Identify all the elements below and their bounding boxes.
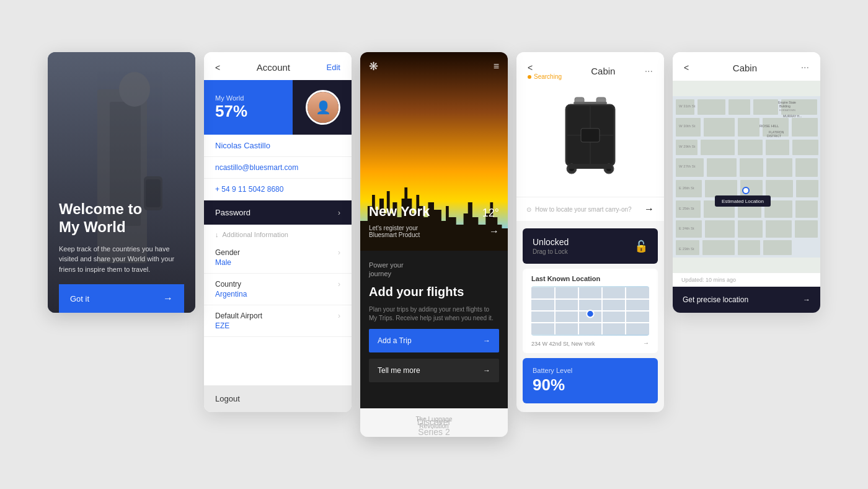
svg-text:MURRAY H...: MURRAY H...	[783, 114, 802, 118]
svg-rect-36	[738, 118, 760, 137]
account-profile: My World 57% 👤	[204, 80, 352, 135]
battery-card: Battery Level 90%	[523, 358, 658, 403]
searching-dot	[528, 75, 531, 79]
svg-rect-50	[705, 180, 737, 197]
city-info: New York 12°	[369, 204, 499, 220]
svg-rect-63	[795, 220, 818, 238]
svg-text:KOREATOWN: KOREATOWN	[779, 109, 795, 112]
country-chevron-icon: ›	[338, 280, 340, 289]
locate-icon: ⊙	[526, 206, 531, 213]
screen-welcome: Welcome to My World Keep track of the co…	[48, 52, 195, 313]
precise-location-button[interactable]: Get precise location →	[673, 287, 820, 313]
updated-text: Updated: 10 mins ago	[673, 273, 820, 287]
welcome-content: Welcome to My World Keep track of the co…	[48, 188, 195, 313]
cabin-back-button[interactable]: <	[528, 63, 533, 73]
location-map	[531, 286, 649, 336]
svg-rect-41	[738, 140, 763, 155]
got-it-button[interactable]: Got it →	[59, 284, 184, 313]
svg-text:E 26th St: E 26th St	[679, 186, 694, 190]
menu-icon[interactable]: ≡	[494, 61, 499, 72]
svg-text:W 31th St: W 31th St	[679, 104, 696, 108]
cabin-header: < Searching Cabin ···	[516, 52, 664, 85]
svg-rect-61	[738, 220, 763, 238]
svg-text:W 29th St: W 29th St	[679, 145, 696, 148]
add-flights-title: Add your flights	[369, 285, 499, 299]
add-trip-button[interactable]: Add a Trip →	[369, 329, 499, 352]
svg-text:DISTRICT: DISTRICT	[767, 134, 781, 138]
svg-text:E 23th St: E 23th St	[679, 247, 694, 251]
svg-rect-42	[766, 140, 789, 155]
gender-field[interactable]: Gender Male ›	[204, 242, 352, 274]
airport-field[interactable]: Default Airport EZE ›	[204, 305, 352, 337]
lock-text: Unlocked Drag to Lock	[533, 237, 569, 255]
airport-chevron-icon: ›	[338, 312, 340, 320]
city-name: New York	[369, 204, 430, 220]
map-title: Cabin	[733, 63, 757, 73]
svg-rect-65	[702, 240, 735, 255]
svg-rect-67	[763, 240, 792, 255]
back-button[interactable]: <	[215, 63, 220, 73]
logout-button[interactable]: Logout	[204, 385, 352, 412]
svg-point-76	[743, 187, 749, 194]
screen-cabin: < Searching Cabin ···	[516, 52, 664, 412]
user-name[interactable]: Nicolas Castillo	[204, 135, 352, 157]
svg-rect-52	[766, 180, 793, 197]
tell-more-button[interactable]: Tell me more →	[369, 359, 499, 382]
edit-button[interactable]: Edit	[327, 63, 340, 72]
world-percent: 57%	[215, 102, 247, 121]
city-map-svg: W 31th St W 30th St W 29th St W 27th St …	[673, 81, 820, 273]
avatar-image: 👤	[308, 92, 339, 123]
location-card: Last Known Location 234 W 42nd St, New Y…	[523, 269, 658, 353]
svg-rect-47	[766, 158, 792, 177]
flights-header: ❋ ≡	[369, 60, 499, 73]
info-icon: ↓	[215, 231, 219, 238]
register-arrow-icon: →	[489, 226, 499, 237]
chevron-right-icon: ›	[338, 209, 340, 217]
svg-rect-60	[705, 220, 735, 238]
battery-label: Battery Level	[533, 367, 648, 374]
svg-rect-38	[792, 118, 818, 137]
airport-field-left: Default Airport EZE	[215, 312, 262, 330]
svg-point-2	[119, 72, 150, 107]
svg-rect-40	[701, 140, 735, 155]
svg-rect-45	[707, 158, 737, 177]
luggage-icon	[556, 94, 624, 187]
battery-value: 90%	[533, 375, 648, 395]
more-options-icon[interactable]: ···	[645, 66, 653, 77]
country-field-left: Country Argentina	[215, 280, 247, 298]
svg-rect-53	[796, 180, 818, 197]
lock-status[interactable]: Unlocked Drag to Lock 🔓	[523, 228, 658, 264]
welcome-title: Welcome to My World	[59, 200, 184, 236]
svg-rect-46	[740, 158, 763, 177]
lock-icon: 🔓	[634, 240, 648, 253]
password-row[interactable]: Password ›	[204, 200, 352, 225]
register-text: Let's register your Bluesmart Product	[369, 225, 420, 238]
gender-field-left: Gender Male	[215, 248, 240, 267]
location-title: Last Known Location	[531, 275, 649, 282]
temperature: 12°	[482, 207, 499, 220]
map-back-button[interactable]: <	[684, 63, 689, 73]
user-phone[interactable]: + 54 9 11 5042 8680	[204, 179, 352, 200]
locate-row[interactable]: ⊙ How to locate your smart carry-on? →	[516, 197, 664, 221]
precise-arrow-icon: →	[803, 295, 810, 304]
avatar: 👤	[306, 90, 340, 125]
svg-rect-17	[569, 164, 612, 169]
svg-rect-32	[753, 99, 778, 115]
tell-more-arrow-icon: →	[483, 366, 490, 375]
map-header: < Cabin ···	[673, 52, 820, 81]
svg-text:W 27th St: W 27th St	[679, 164, 696, 168]
logo-icon: ❋	[369, 60, 378, 73]
map-more-icon[interactable]: ···	[801, 62, 809, 73]
cabin-title: Cabin	[591, 66, 615, 76]
country-field[interactable]: Country Argentina ›	[204, 274, 352, 305]
user-email[interactable]: ncastillo@bluesmart.com	[204, 157, 352, 179]
svg-text:E 25th St: E 25th St	[679, 207, 694, 210]
svg-rect-43	[792, 140, 818, 155]
my-world-label: My World	[215, 94, 247, 102]
location-address: 234 W 42nd St, New York	[531, 341, 595, 347]
svg-rect-35	[704, 118, 735, 137]
svg-rect-48	[795, 158, 818, 177]
add-trip-arrow-icon: →	[483, 336, 490, 345]
svg-rect-7	[574, 102, 607, 104]
locate-text: ⊙ How to locate your smart carry-on?	[526, 206, 632, 213]
